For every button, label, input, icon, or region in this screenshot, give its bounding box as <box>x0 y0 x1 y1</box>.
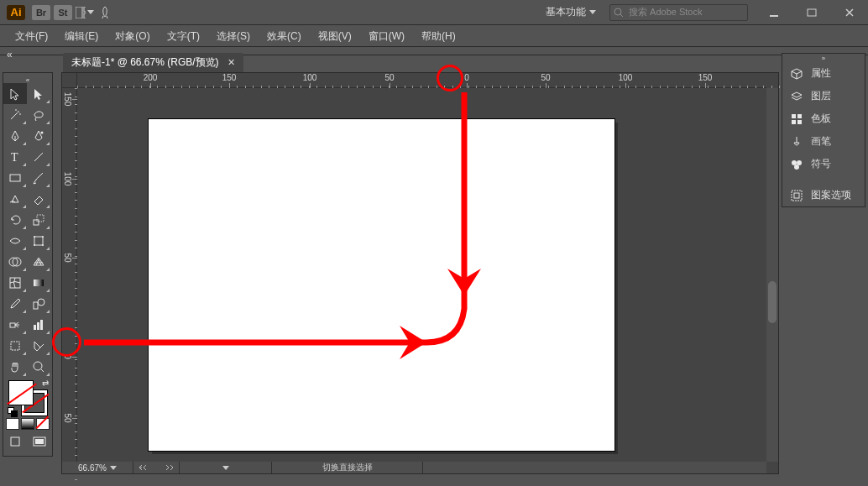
vertical-ruler[interactable]: 15010050050 <box>62 88 77 462</box>
hand-tool[interactable] <box>3 356 27 377</box>
fill-color-chip[interactable] <box>6 418 19 430</box>
shaper-tool[interactable] <box>3 188 27 209</box>
eyedropper-tool[interactable] <box>3 293 27 314</box>
minimize-button[interactable] <box>755 0 792 25</box>
close-button[interactable] <box>830 0 868 25</box>
type-tool[interactable]: T <box>3 146 27 167</box>
zoom-level[interactable]: 66.67% <box>62 462 133 473</box>
width-tool[interactable] <box>3 230 27 251</box>
arrange-docs-icon[interactable] <box>76 0 94 25</box>
zoom-tool[interactable] <box>27 356 50 377</box>
scrollbar-thumb[interactable] <box>768 281 776 323</box>
panel-symbols[interactable]: 符号 <box>782 153 865 175</box>
drawing-mode-normal[interactable] <box>5 434 27 449</box>
search-stock-input[interactable]: 搜索 Adobe Stock <box>609 4 748 21</box>
magic-wand-tool[interactable] <box>3 104 27 125</box>
panel-pattern-options[interactable]: 图案选项 <box>782 184 865 206</box>
panel-label: 属性 <box>811 66 831 81</box>
gpu-rocket-icon[interactable] <box>96 0 114 25</box>
artboard-selector[interactable] <box>180 462 272 473</box>
fill-none-chip[interactable] <box>36 418 50 430</box>
artboard-tool[interactable] <box>3 335 27 356</box>
stock-button[interactable]: St <box>54 5 72 20</box>
chevron-down-icon <box>110 466 117 470</box>
panel-properties[interactable]: 属性 <box>782 62 865 85</box>
shape-builder-tool[interactable] <box>3 251 27 272</box>
document-tab[interactable]: 未标题-1* @ 66.67% (RGB/预览) ✕ <box>63 53 243 72</box>
tab-close-icon[interactable]: ✕ <box>227 57 235 68</box>
title-bar: Ai Br St 基本功能 搜索 Adobe Stock <box>0 0 868 25</box>
ruler-tick-label: 50 <box>63 253 72 262</box>
menu-view[interactable]: 视图(V) <box>310 25 360 47</box>
menu-help[interactable]: 帮助(H) <box>413 25 464 47</box>
svg-rect-43 <box>792 191 802 201</box>
vertical-scrollbar[interactable] <box>766 88 778 462</box>
maximize-button[interactable] <box>792 0 830 25</box>
ruler-tick-label: 150 <box>698 73 713 82</box>
perspective-grid-tool[interactable] <box>27 251 50 272</box>
swap-fill-stroke-icon[interactable]: ⇄ <box>42 379 49 388</box>
menu-window[interactable]: 窗口(W) <box>360 25 413 47</box>
default-fill-stroke-icon[interactable] <box>8 407 18 417</box>
menu-file[interactable]: 文件(F) <box>7 25 56 47</box>
svg-rect-1 <box>84 7 86 12</box>
svg-line-4 <box>620 14 623 17</box>
svg-rect-29 <box>40 320 43 330</box>
menu-type[interactable]: 文字(T) <box>159 25 208 47</box>
panel-label: 图案选项 <box>811 188 851 202</box>
panel-brushes[interactable]: 画笔 <box>782 130 865 153</box>
pen-tool[interactable] <box>3 125 27 146</box>
bridge-button[interactable]: Br <box>32 5 50 20</box>
paintbrush-tool[interactable] <box>27 167 50 188</box>
menu-edit[interactable]: 编辑(E) <box>56 25 107 47</box>
svg-rect-12 <box>10 175 20 181</box>
horizontal-ruler[interactable]: 20015010050050100150 <box>77 73 766 88</box>
blend-tool[interactable] <box>27 293 50 314</box>
menu-bar: 文件(F) 编辑(E) 对象(O) 文字(T) 选择(S) 效果(C) 视图(V… <box>0 25 868 47</box>
mesh-tool[interactable] <box>3 272 27 293</box>
symbol-sprayer-tool[interactable] <box>3 314 27 335</box>
eraser-tool[interactable] <box>27 188 50 209</box>
menu-effect[interactable]: 效果(C) <box>259 25 310 47</box>
fill-gradient-chip[interactable] <box>21 418 34 430</box>
svg-rect-23 <box>34 280 44 286</box>
artboard-nav[interactable] <box>133 462 180 473</box>
svg-point-42 <box>794 165 799 170</box>
ruler-tick-label: 0 <box>63 354 72 359</box>
document-viewport: 20015010050050100150 15010050050 66.67% … <box>61 72 779 474</box>
rotate-tool[interactable] <box>3 209 27 230</box>
column-graph-tool[interactable] <box>27 314 50 335</box>
workspace-switcher[interactable]: 基本功能 <box>539 0 603 25</box>
workspace-label: 基本功能 <box>546 5 586 19</box>
screen-mode-button[interactable] <box>29 434 50 449</box>
search-placeholder: 搜索 Adobe Stock <box>629 6 702 18</box>
fill-swatch[interactable] <box>8 380 34 405</box>
panel-collapse-icon[interactable]: » <box>782 54 865 62</box>
artboard[interactable] <box>149 119 614 451</box>
gradient-tool[interactable] <box>27 272 50 293</box>
document-tab-row: 未标题-1* @ 66.67% (RGB/预览) ✕ <box>63 53 776 72</box>
menu-object[interactable]: 对象(O) <box>107 25 158 47</box>
svg-rect-13 <box>34 220 39 225</box>
panel-layers[interactable]: 图层 <box>782 85 865 107</box>
menu-select[interactable]: 选择(S) <box>208 25 259 47</box>
curvature-tool[interactable] <box>27 125 50 146</box>
rectangle-tool[interactable] <box>3 167 27 188</box>
free-transform-tool[interactable] <box>27 230 50 251</box>
slice-tool[interactable] <box>27 335 50 356</box>
panel-swatches[interactable]: 色板 <box>782 107 865 130</box>
cube-icon <box>789 67 804 81</box>
ruler-tick-label: 0 <box>464 73 469 82</box>
status-tool-hint: 切换直接选择 <box>272 462 423 473</box>
ruler-tick-label: 150 <box>222 73 237 82</box>
tools-collapse-icon[interactable]: « <box>3 76 52 83</box>
ruler-origin-corner[interactable] <box>62 73 77 88</box>
selection-tool[interactable] <box>3 83 27 104</box>
collapse-chevron-icon[interactable]: « <box>7 49 13 60</box>
lasso-tool[interactable] <box>27 104 50 125</box>
svg-rect-36 <box>792 114 796 118</box>
panel-label: 色板 <box>811 112 831 126</box>
scale-tool[interactable] <box>27 209 50 230</box>
line-segment-tool[interactable] <box>27 146 50 167</box>
direct-selection-tool[interactable] <box>27 83 50 104</box>
